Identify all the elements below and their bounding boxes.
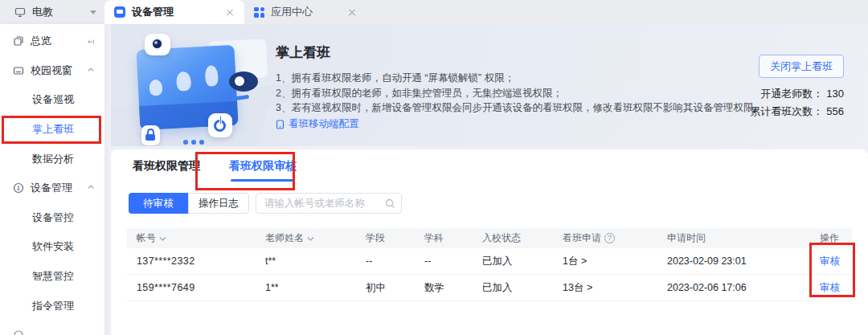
cell-account: 159****7649	[127, 282, 256, 293]
sidebar-item-label: 数据分析	[32, 152, 74, 166]
cell-stage: 初中	[356, 281, 415, 295]
stat-watch-count-value: 556	[826, 105, 844, 117]
stat-teachers-label: 开通老师数：	[760, 88, 823, 100]
page-title: 掌上看班	[276, 43, 764, 62]
operation-log-button[interactable]: 操作日志	[188, 193, 249, 214]
column-header-action: 操作	[810, 231, 852, 245]
workspace-switcher[interactable]: 电教	[0, 0, 104, 24]
cell-apply-time: 2023-02-06 17:06	[657, 282, 810, 293]
sidebar-item-label: 设备管控	[32, 210, 74, 225]
dots-decoration	[183, 140, 204, 145]
sidebar-item-smart-control[interactable]: 智慧管控	[0, 262, 104, 292]
app-grid-icon	[254, 7, 264, 18]
main-area: 掌上看班 1、拥有看班权限老师，自动开通 “屏幕锁解锁” 权限； 2、拥有看班权…	[104, 24, 868, 335]
table-header: 帐号 老师姓名 学段 学科 入校状态 看班申请 ? 申请时间 操作	[127, 228, 852, 248]
sidebar-item-command-management[interactable]: 指令管理	[0, 291, 104, 321]
close-palm-watch-button[interactable]: 关闭掌上看班	[759, 55, 844, 78]
sidebar-group-label: 校园视窗	[31, 63, 72, 78]
review-table: 帐号 老师姓名 学段 学科 入校状态 看班申请 ? 申请时间 操作	[127, 228, 852, 301]
table-row: 159****7649 1** 初中 数学 已加入 13台 > 2023-02-…	[127, 275, 852, 301]
stats-block: 开通老师数：130 累计看班次数：556	[750, 85, 844, 121]
banner-description-line: 1、拥有看班权限老师，自动开通 “屏幕锁解锁” 权限；	[276, 71, 764, 86]
question-circle-icon[interactable]: ?	[604, 233, 615, 243]
chevron-down-icon	[90, 10, 96, 14]
sort-caret-icon[interactable]	[307, 236, 314, 241]
sidebar-item-device-patrol[interactable]: 设备巡视	[0, 85, 104, 115]
cell-device-request[interactable]: 13台 >	[553, 281, 657, 295]
column-header-status: 入校状态	[473, 231, 553, 245]
sidebar-item-label: 指令管理	[32, 299, 74, 313]
sidebar-item-data-analysis[interactable]: 数据分析	[0, 144, 104, 174]
column-header-subject: 学科	[415, 231, 473, 245]
mobile-config-icon	[276, 120, 285, 129]
pending-review-button[interactable]: 待审核	[129, 193, 188, 214]
sidebar-group-device-management[interactable]: 设备管理	[0, 174, 104, 203]
content-card: 看班权限管理 看班权限审核 待审核 操作日志 帐号 老师姓名	[111, 149, 868, 335]
sidebar-item-palm-watch[interactable]: 掌上看班	[0, 115, 104, 145]
feature-banner: 掌上看班 1、拥有看班权限老师，自动开通 “屏幕锁解锁” 权限； 2、拥有看班权…	[111, 24, 868, 146]
sidebar-item-label: 掌上看班	[32, 122, 74, 137]
close-icon[interactable]	[347, 7, 357, 17]
mobile-config-link[interactable]: 看班移动端配置	[276, 117, 359, 131]
cell-account: 137****2332	[127, 255, 256, 267]
generic-icon	[13, 329, 24, 335]
eye-icon	[229, 71, 258, 92]
monitor-icon	[14, 6, 26, 18]
search-input[interactable]	[256, 193, 402, 214]
tab-app-center[interactable]: 应用中心	[244, 0, 366, 24]
lock-icon	[141, 125, 160, 145]
cell-status: 已加入	[473, 281, 553, 295]
chevron-up-icon	[88, 67, 94, 74]
device-management-icon	[13, 182, 24, 194]
cell-subject: --	[415, 255, 473, 267]
stat-watch-count-label: 累计看班次数：	[750, 105, 823, 117]
column-header-stage: 学段	[356, 231, 415, 245]
chevron-up-icon	[88, 185, 94, 191]
cell-teacher: 1**	[256, 282, 356, 293]
sidebar-group-label: 设备管理	[31, 181, 72, 195]
cell-teacher: t**	[256, 255, 356, 267]
cell-device-request[interactable]: 1台 >	[553, 255, 657, 268]
cell-apply-time: 2023-02-09 23:01	[657, 255, 810, 267]
stat-teachers-value: 130	[826, 88, 844, 100]
sidebar-item-label: 设备巡视	[32, 92, 74, 107]
tab-permission-management[interactable]: 看班权限管理	[133, 159, 200, 174]
tab-permission-review[interactable]: 看班权限审核	[229, 159, 297, 174]
cell-status: 已加入	[473, 255, 553, 268]
banner-description-line: 3、若有巡视权限时，新增设备管理权限会同步开通该设备的看班权限，修改看班权限不影…	[276, 100, 764, 116]
sidebar-item-device-control[interactable]: 设备管控	[0, 203, 104, 233]
column-header-request: 看班申请 ?	[553, 231, 657, 245]
collapse-sidebar-icon[interactable]	[88, 38, 94, 44]
search-box	[256, 193, 402, 214]
column-header-account[interactable]: 帐号	[127, 231, 256, 245]
tab-device-management[interactable]: 设备管理	[104, 0, 244, 24]
banner-text: 掌上看班 1、拥有看班权限老师，自动开通 “屏幕锁解锁” 权限； 2、拥有看班权…	[276, 43, 764, 116]
cell-subject: 数学	[415, 281, 473, 295]
mobile-config-label: 看班移动端配置	[289, 117, 359, 131]
column-header-time: 申请时间	[657, 231, 810, 245]
sidebar-group-campus-window[interactable]: 校园视窗	[0, 56, 104, 86]
search-icon[interactable]	[385, 198, 395, 209]
tab-label: 应用中心	[271, 5, 313, 19]
workspace-label: 电教	[32, 5, 53, 19]
power-icon	[208, 113, 232, 137]
content-tabs: 看班权限管理 看班权限审核	[111, 149, 868, 183]
camera-icon	[145, 34, 170, 55]
table-row: 137****2332 t** -- -- 已加入 1台 > 2023-02-0…	[127, 248, 852, 275]
sidebar-item-label: 软件安装	[32, 239, 74, 254]
column-header-teacher[interactable]: 老师姓名	[256, 231, 356, 245]
cell-stage: --	[356, 255, 415, 267]
filter-row: 待审核 操作日志	[129, 193, 868, 214]
sidebar: 总览 校园视窗 设备巡视 掌上看班	[0, 24, 104, 335]
review-link[interactable]: 审核	[810, 281, 852, 295]
top-bar: 电教 设备管理 应用中心	[0, 0, 868, 24]
sidebar-item-partial[interactable]	[0, 321, 104, 335]
tab-label: 设备管理	[132, 5, 174, 19]
review-link[interactable]: 审核	[810, 255, 852, 268]
close-icon[interactable]	[225, 7, 235, 17]
sidebar-item-label: 总览	[31, 34, 51, 48]
device-tab-icon	[114, 6, 125, 18]
sidebar-item-overview[interactable]: 总览	[0, 27, 104, 56]
sort-caret-icon[interactable]	[159, 236, 166, 241]
sidebar-item-software-install[interactable]: 软件安装	[0, 232, 104, 262]
